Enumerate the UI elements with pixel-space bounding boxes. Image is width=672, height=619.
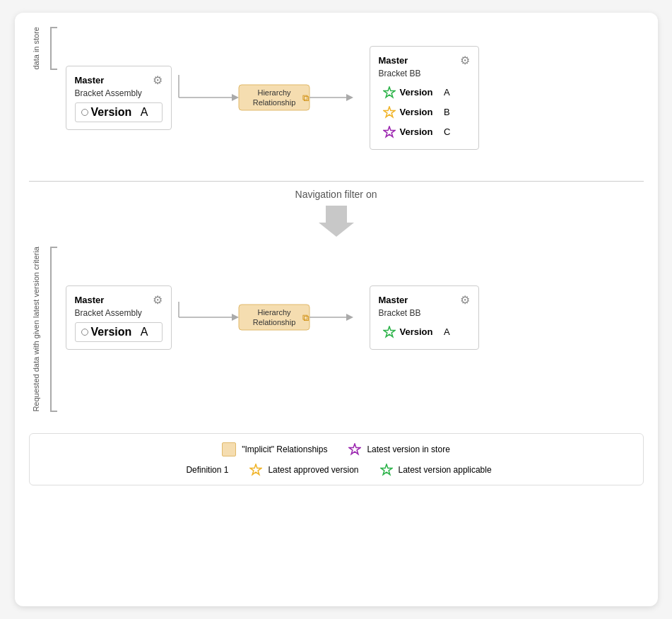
top-left-node-subtitle: Bracket Assembly xyxy=(75,88,163,98)
top-diagram-area: Master ⚙ Bracket Assembly Version A xyxy=(66,27,644,168)
bottom-right-gear-icon: ⚙ xyxy=(460,293,470,307)
legend-star-yellow xyxy=(249,464,262,476)
top-right-node-subtitle: Bracket BB xyxy=(379,69,470,78)
svg-marker-21 xyxy=(346,314,353,321)
legend-star-green xyxy=(380,464,393,476)
top-left-version-label: Version xyxy=(91,106,132,119)
legend-row-1: "Implicit" Relationships Latest version … xyxy=(44,442,629,456)
top-right-va-star-green xyxy=(383,86,396,99)
bottom-connector-area: Hierarchy Relationship ⧉ xyxy=(172,282,370,353)
top-right-node: Master ⚙ Bracket BB Version A xyxy=(370,46,479,150)
legend-latest-approved-label: Latest approved version xyxy=(268,465,358,475)
svg-marker-2 xyxy=(232,94,239,101)
bottom-left-gear-icon: ⚙ xyxy=(153,293,163,307)
top-right-node-title: Master xyxy=(379,55,408,66)
top-right-vc-star-purple xyxy=(383,126,396,138)
legend-row-2: Definition 1 Latest approved version Lat… xyxy=(44,464,629,476)
top-right-version-b-row: Version B xyxy=(379,102,470,122)
top-right-gear-icon: ⚙ xyxy=(460,54,470,67)
top-section-label: data in store xyxy=(29,27,49,70)
legend-star-purple xyxy=(348,443,361,456)
top-left-gear-icon: ⚙ xyxy=(153,73,163,87)
bottom-left-version-row: Version A xyxy=(75,322,163,342)
svg-marker-23 xyxy=(350,444,361,454)
svg-marker-25 xyxy=(381,464,392,475)
bottom-left-node-title: Master xyxy=(75,295,105,305)
bottom-section-label: Requested data with given latest version… xyxy=(29,247,49,412)
top-left-version-row: Version A xyxy=(75,102,163,122)
bottom-connector-svg: Hierarchy Relationship ⧉ xyxy=(172,282,370,353)
legend-latest-version-store: Latest version in store xyxy=(348,443,449,456)
top-left-version-circle xyxy=(81,109,88,116)
svg-marker-15 xyxy=(232,314,239,321)
bottom-left-node: Master ⚙ Bracket Assembly Version A xyxy=(66,285,172,350)
top-right-vb-star-yellow xyxy=(383,106,396,119)
svg-text:Hierarchy: Hierarchy xyxy=(257,88,291,97)
svg-marker-10 xyxy=(384,107,395,117)
svg-text:Relationship: Relationship xyxy=(252,318,295,326)
svg-marker-8 xyxy=(346,94,353,101)
top-right-vb-label: Version xyxy=(400,107,433,117)
top-bracket xyxy=(50,27,57,70)
bottom-right-va-star-green xyxy=(383,326,396,338)
top-connector-area: Hierarchy Relationship ⧉ xyxy=(172,55,370,140)
legend-implicit-relationships: "Implicit" Relationships xyxy=(222,442,327,456)
legend-implicit-box xyxy=(222,442,236,456)
svg-text:Hierarchy: Hierarchy xyxy=(257,308,291,317)
legend-latest-approved: Latest approved version xyxy=(249,464,358,476)
top-right-vc-value: C xyxy=(444,126,450,137)
svg-marker-24 xyxy=(251,464,262,475)
svg-text:⧉: ⧉ xyxy=(302,312,309,323)
big-down-arrow xyxy=(29,206,644,237)
legend-section: "Implicit" Relationships Latest version … xyxy=(29,433,644,485)
legend-definition: Definition 1 xyxy=(180,465,228,475)
top-right-version-c-row: Version C xyxy=(379,122,470,142)
down-arrow-svg xyxy=(319,206,354,237)
top-right-va-value: A xyxy=(444,87,450,98)
legend-latest-applicable: Latest version applicable xyxy=(380,464,492,476)
section-divider xyxy=(29,181,644,182)
legend-implicit-label: "Implicit" Relationships xyxy=(242,444,327,454)
svg-marker-11 xyxy=(384,126,395,137)
svg-text:Relationship: Relationship xyxy=(252,98,295,107)
bottom-bracket xyxy=(50,247,57,412)
bottom-right-va-value: A xyxy=(444,326,450,337)
legend-definition-label: Definition 1 xyxy=(186,465,228,475)
top-left-node-title: Master xyxy=(75,75,105,86)
top-right-vb-value: B xyxy=(444,107,450,117)
top-left-version-value: A xyxy=(141,106,148,119)
legend-latest-applicable-label: Latest version applicable xyxy=(399,465,492,475)
top-right-vc-label: Version xyxy=(400,126,433,137)
bottom-diagram-area: Master ⚙ Bracket Assembly Version A Hier… xyxy=(66,247,644,388)
nav-filter-label: Navigation filter on xyxy=(29,189,644,200)
top-left-node: Master ⚙ Bracket Assembly Version A xyxy=(66,66,172,130)
svg-text:⧉: ⧉ xyxy=(302,93,309,103)
svg-marker-22 xyxy=(384,326,395,337)
bottom-right-node-subtitle: Bracket BB xyxy=(379,308,470,318)
bottom-section-wrap: Requested data with given latest version… xyxy=(29,247,644,412)
top-connector-svg: Hierarchy Relationship ⧉ xyxy=(172,55,370,140)
svg-marker-9 xyxy=(384,87,395,98)
page-container: data in store Master ⚙ Bracket Assembly … xyxy=(15,13,658,606)
legend-latest-version-store-label: Latest version in store xyxy=(367,444,449,454)
bottom-right-va-label: Version xyxy=(400,326,433,337)
bottom-right-node: Master ⚙ Bracket BB Version A xyxy=(370,285,479,350)
bottom-left-version-label: Version xyxy=(91,326,132,338)
bottom-left-version-circle xyxy=(81,329,88,336)
top-section-wrap: data in store Master ⚙ Bracket Assembly … xyxy=(29,27,644,168)
bottom-right-version-a-row: Version A xyxy=(379,322,470,342)
top-right-va-label: Version xyxy=(400,87,433,98)
bottom-left-version-value: A xyxy=(141,326,148,338)
top-right-version-a-row: Version A xyxy=(379,83,470,102)
bottom-left-node-subtitle: Bracket Assembly xyxy=(75,308,163,318)
bottom-right-node-title: Master xyxy=(379,295,408,305)
svg-marker-12 xyxy=(319,206,354,237)
